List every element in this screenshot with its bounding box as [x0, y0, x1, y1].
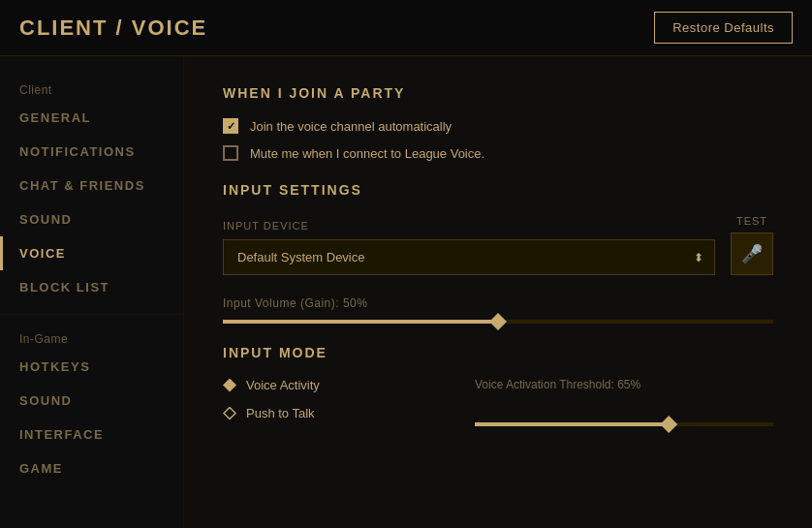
- sidebar: Client GENERAL NOTIFICATIONS CHAT & FRIE…: [0, 56, 184, 528]
- push-to-talk-radio-outline: [223, 407, 236, 420]
- device-select[interactable]: Default System Device: [223, 239, 715, 275]
- in-game-section-label: In-Game: [0, 325, 183, 350]
- threshold-label: Voice Activation Threshold: 65%: [475, 378, 773, 391]
- push-to-talk-option[interactable]: Push to Talk: [223, 406, 436, 420]
- mute-connect-checkbox[interactable]: [223, 145, 238, 161]
- threshold-slider-fill: [475, 422, 669, 426]
- test-mic-button[interactable]: 🎤: [731, 233, 773, 275]
- input-settings-title: INPUT SETTINGS: [223, 182, 773, 198]
- voice-label: VOICE: [132, 16, 207, 40]
- page-title: CLIENT / VOICE: [19, 16, 207, 41]
- voice-activity-radio-filled: [223, 379, 236, 392]
- volume-slider-fill: [223, 320, 498, 324]
- input-mode-options: Voice Activity Push to Talk: [223, 378, 436, 434]
- input-device-col: Input Device Default System Device ⬍: [223, 220, 715, 275]
- input-device-row: Input Device Default System Device ⬍ Tes…: [223, 215, 773, 275]
- mute-connect-row: Mute me when I connect to League Voice.: [223, 145, 773, 161]
- client-section-label: Client: [0, 76, 183, 101]
- volume-label: Input Volume (Gain): 50%: [223, 296, 773, 310]
- client-label: CLIENT: [19, 16, 108, 40]
- header: CLIENT / VOICE Restore Defaults: [0, 0, 812, 56]
- volume-slider-track[interactable]: [223, 320, 773, 324]
- sidebar-item-voice[interactable]: VOICE: [0, 236, 183, 270]
- sidebar-item-block-list[interactable]: BLOCK LIST: [0, 270, 183, 304]
- when-join-party-section: WHEN I JOIN A PARTY Join the voice chann…: [223, 85, 773, 161]
- threshold-col: Voice Activation Threshold: 65%: [475, 378, 773, 434]
- auto-join-row: Join the voice channel automatically: [223, 118, 773, 134]
- input-settings-section: INPUT SETTINGS Input Device Default Syst…: [223, 182, 773, 324]
- device-field-label: Input Device: [223, 220, 715, 232]
- volume-slider-container: Input Volume (Gain): 50%: [223, 296, 773, 324]
- microphone-icon: 🎤: [741, 243, 763, 264]
- input-mode-title: INPUT MODE: [223, 345, 773, 360]
- auto-join-label: Join the voice channel automatically: [250, 119, 452, 134]
- input-mode-two-col: Voice Activity Push to Talk Voice Activa…: [223, 378, 773, 434]
- device-select-wrapper: Default System Device ⬍: [223, 239, 715, 275]
- main-layout: Client GENERAL NOTIFICATIONS CHAT & FRIE…: [0, 56, 812, 528]
- sidebar-item-interface[interactable]: INTERFACE: [0, 418, 183, 451]
- push-to-talk-label: Push to Talk: [246, 406, 315, 420]
- restore-defaults-button[interactable]: Restore Defaults: [654, 12, 793, 44]
- test-col: Test 🎤: [731, 215, 773, 275]
- sidebar-item-chat-friends[interactable]: CHAT & FRIENDS: [0, 169, 183, 202]
- sidebar-item-sound[interactable]: SOUND: [0, 202, 183, 236]
- title-separator: /: [116, 16, 132, 40]
- when-join-party-title: WHEN I JOIN A PARTY: [223, 85, 773, 101]
- volume-slider-thumb[interactable]: [489, 313, 507, 330]
- content-area: WHEN I JOIN A PARTY Join the voice chann…: [184, 56, 812, 528]
- sidebar-item-hotkeys[interactable]: HOTKEYS: [0, 350, 183, 384]
- sidebar-item-game[interactable]: GAME: [0, 451, 183, 485]
- sidebar-item-notifications[interactable]: NOTIFICATIONS: [0, 135, 183, 169]
- input-mode-section: INPUT MODE Voice Activity Push to Talk V: [223, 345, 773, 434]
- voice-activity-option[interactable]: Voice Activity: [223, 378, 436, 392]
- test-label: Test: [736, 215, 767, 227]
- auto-join-checkbox[interactable]: [223, 118, 238, 134]
- sidebar-item-general[interactable]: GENERAL: [0, 101, 183, 135]
- threshold-slider-track[interactable]: [475, 422, 773, 426]
- sidebar-divider: [0, 314, 183, 315]
- sidebar-item-sound-ig[interactable]: SOUND: [0, 384, 183, 418]
- mute-connect-label: Mute me when I connect to League Voice.: [250, 146, 484, 161]
- threshold-slider-thumb[interactable]: [660, 416, 677, 433]
- voice-activity-label: Voice Activity: [246, 378, 320, 392]
